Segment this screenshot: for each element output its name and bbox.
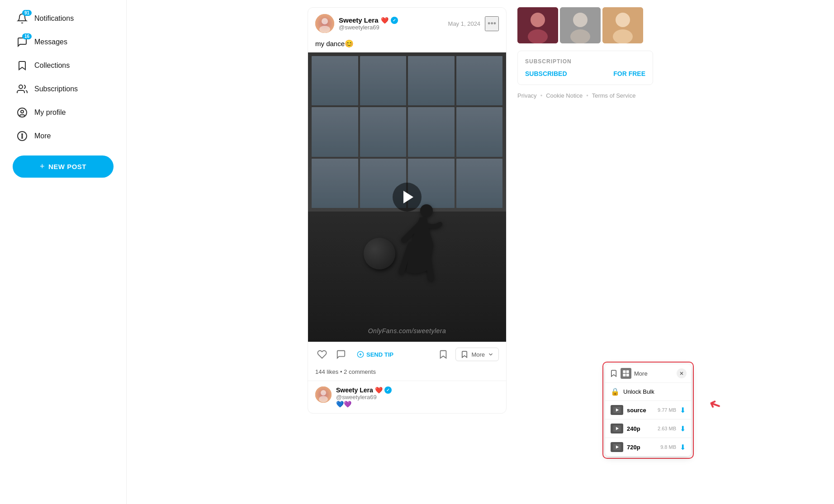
comment-avatar [315,386,332,403]
profile-thumb-2 [560,7,601,43]
watermark: OnlyFans.com/sweetylera [308,327,506,334]
svg-point-24 [616,13,630,27]
privacy-link[interactable]: Privacy [517,92,537,99]
subscribed-button[interactable]: SUBSCRIBED [525,70,567,77]
post-caption: my dance😊 [308,39,506,52]
dropdown-close-icon[interactable] [677,368,687,378]
comment-section: Sweety Lera ❤️ ✓ @sweetylera69 💙💜 [308,381,506,413]
for-free-label: FOR FREE [613,70,645,77]
svg-point-0 [19,85,23,89]
sidebar-item-collections[interactable]: Collections [4,54,123,77]
source-quality-label: source [627,407,646,414]
post-date: May 1, 2024 [448,20,481,27]
post-more-button[interactable]: ••• [485,16,499,31]
my-profile-label: My profile [34,108,66,117]
svg-point-6 [22,137,23,138]
post-user-info: Sweety Lera ❤️ ✓ @sweetylera69 [339,16,444,31]
terms-link[interactable]: Terms of Service [592,92,636,99]
240p-download-icon[interactable]: ⬇ [680,424,686,433]
unlock-bulk-label: Unlock Bulk [623,388,654,395]
bell-icon: 91 [16,13,28,24]
plus-icon: + [40,162,45,171]
lock-icon: 🔒 [611,387,620,396]
post-video[interactable]: OnlyFans.com/sweetylera [308,52,506,342]
video-thumb-720p [611,442,623,452]
720p-download-icon[interactable]: ⬇ [680,443,686,452]
video-thumb-source [611,405,623,415]
svg-rect-26 [623,370,626,373]
svg-point-15 [321,390,326,396]
240p-size-label: 2.63 MB [658,426,676,431]
dropdown-header-row: More [605,364,691,383]
svg-point-25 [613,29,633,43]
dropdown-bookmark-icon [610,369,618,377]
cookie-notice-link[interactable]: Cookie Notice [546,92,583,99]
comments-count: 2 comments [344,368,376,375]
subscription-title: SUBSCRIPTION [525,58,645,65]
240p-quality-label: 240p [627,425,640,432]
heart-badge-icon: ❤️ [381,17,389,24]
dropdown-container: More 🔒 Unlock Bulk [602,362,694,459]
svg-rect-29 [626,374,629,377]
source-download-icon[interactable]: ⬇ [680,406,686,415]
comment-button[interactable] [334,348,348,361]
svg-point-10 [420,204,433,217]
post-actions: SEND TIP More [308,342,506,367]
feed: Sweety Lera ❤️ ✓ @sweetylera69 May 1, 20… [308,0,507,504]
main-content: Sweety Lera ❤️ ✓ @sweetylera69 May 1, 20… [127,0,834,504]
comment-hearts: 💙💜 [336,400,392,408]
quality-720p-item[interactable]: 720p 9.8 MB ⬇ [605,438,691,456]
more-label: More [34,132,51,140]
footer-links: Privacy • Cookie Notice • Terms of Servi… [517,92,653,99]
likes-count: 144 likes [315,368,338,375]
post-header: Sweety Lera ❤️ ✓ @sweetylera69 May 1, 20… [308,8,506,39]
like-button[interactable] [315,348,329,361]
sidebar-item-more[interactable]: More [4,125,123,147]
subscription-row: SUBSCRIBED FOR FREE [525,70,645,77]
svg-point-5 [22,136,23,137]
person-silhouette [393,199,447,290]
svg-point-9 [319,26,330,33]
sidebar-item-my-profile[interactable]: My profile [4,101,123,124]
svg-rect-28 [623,374,626,377]
svg-point-4 [22,134,23,135]
sidebar-item-messages[interactable]: 16 Messages [4,31,123,53]
new-post-button[interactable]: + NEW POST [13,155,114,178]
quality-240p-item[interactable]: 240p 2.63 MB ⬇ [605,419,691,438]
more-icon [16,130,28,142]
profile-thumb-3 [602,7,643,43]
more-btn-label: More [471,351,485,358]
bookmark-button[interactable] [436,348,450,361]
post-card: Sweety Lera ❤️ ✓ @sweetylera69 May 1, 20… [308,7,507,414]
collections-icon [16,60,28,71]
more-options-button[interactable]: More [455,348,499,361]
play-triangle-icon [403,191,413,203]
comment-info: Sweety Lera ❤️ ✓ @sweetylera69 💙💜 [336,386,392,408]
dropdown-thumb-icon [621,368,631,379]
svg-point-16 [319,396,328,402]
send-tip-button[interactable]: SEND TIP [353,349,397,360]
source-size-label: 9.77 MB [658,407,676,413]
caption-emoji: 😊 [345,40,354,47]
svg-point-19 [528,29,548,43]
svg-rect-27 [626,370,629,373]
notifications-badge: 91 [22,10,32,16]
video-thumb-240p [611,424,623,433]
720p-size-label: 9.8 MB [660,444,676,450]
notifications-label: Notifications [34,14,74,23]
720p-quality-label: 720p [627,444,640,451]
comment-handle: @sweetylera69 [336,394,392,400]
quality-source-item[interactable]: source 9.77 MB ⬇ [605,401,691,419]
avatar [315,14,334,33]
sidebar-item-notifications[interactable]: 91 Notifications [4,7,123,30]
post-media[interactable]: OnlyFans.com/sweetylera [308,52,506,342]
chevron-down-icon [488,351,494,358]
profile-thumb-1 [517,7,558,43]
messages-label: Messages [34,38,67,46]
unlock-bulk-item[interactable]: 🔒 Unlock Bulk [605,383,691,401]
sidebar-item-subscriptions[interactable]: Subscriptions [4,78,123,100]
subscriptions-icon [16,83,28,95]
play-button[interactable] [393,183,422,212]
comment-verified-icon: ✓ [384,386,392,394]
comment-user: Sweety Lera ❤️ ✓ @sweetylera69 💙💜 [315,386,499,408]
